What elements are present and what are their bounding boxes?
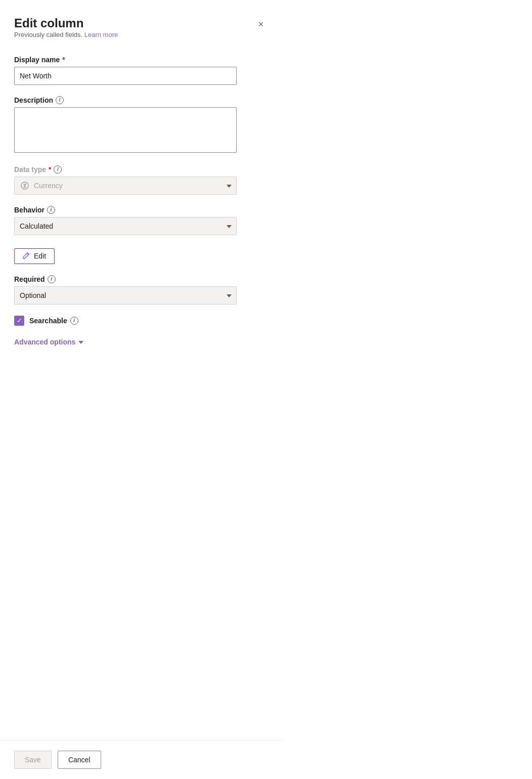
display-name-label: Display name *	[14, 56, 269, 64]
edit-button[interactable]: Edit	[14, 248, 55, 264]
edit-column-panel: Edit column Previously called fields. Le…	[0, 0, 283, 779]
required-info-icon: i	[48, 275, 56, 283]
advanced-options-button[interactable]: Advanced options	[14, 338, 269, 346]
panel-subtitle: Previously called fields. Learn more	[14, 31, 118, 38]
data-type-field-group: Data type * i Currency	[14, 165, 269, 195]
required-select-wrapper: Optional Business Required Business Reco…	[14, 286, 237, 305]
learn-more-link[interactable]: Learn more	[84, 31, 118, 38]
close-icon: ×	[258, 19, 264, 30]
behavior-label: Behavior i	[14, 206, 269, 214]
searchable-checkbox[interactable]: ✓	[14, 316, 24, 326]
subtitle-text: Previously called fields.	[14, 31, 82, 38]
panel-title: Edit column Previously called fields. Le…	[14, 16, 118, 53]
panel-footer: Save Cancel	[0, 740, 283, 779]
behavior-field-group: Behavior i Calculated Simple Rollup	[14, 206, 269, 235]
required-field-group: Required i Optional Business Required Bu…	[14, 275, 269, 305]
cancel-button[interactable]: Cancel	[58, 751, 101, 769]
behavior-select[interactable]: Calculated Simple Rollup	[14, 217, 237, 235]
save-button[interactable]: Save	[14, 751, 52, 769]
advanced-options-chevron-icon	[78, 338, 83, 346]
pencil-icon	[23, 252, 30, 261]
required-star: *	[62, 56, 65, 64]
data-type-label: Data type * i	[14, 165, 269, 174]
data-type-value: Currency	[34, 182, 63, 190]
description-info-icon: i	[56, 96, 64, 104]
advanced-options-label: Advanced options	[14, 338, 75, 346]
description-textarea[interactable]	[14, 107, 237, 153]
required-select[interactable]: Optional Business Required Business Reco…	[14, 286, 237, 305]
edit-button-label: Edit	[34, 252, 46, 260]
data-type-display: Currency	[14, 177, 237, 195]
panel-header: Edit column Previously called fields. Le…	[14, 16, 269, 53]
data-type-required-star: *	[49, 165, 51, 174]
edit-button-group: Edit	[14, 246, 269, 264]
description-field-group: Description i	[14, 96, 269, 154]
currency-icon	[20, 181, 30, 191]
data-type-select-wrapper: Currency	[14, 177, 237, 195]
display-name-field-group: Display name *	[14, 56, 269, 85]
description-label: Description i	[14, 96, 269, 104]
behavior-info-icon: i	[47, 206, 55, 214]
searchable-row: ✓ Searchable i	[14, 316, 269, 326]
panel-title-text: Edit column	[14, 16, 118, 31]
behavior-select-wrapper: Calculated Simple Rollup	[14, 217, 237, 235]
checkmark-icon: ✓	[17, 317, 22, 324]
searchable-info-icon: i	[70, 317, 78, 325]
close-button[interactable]: ×	[253, 16, 269, 32]
required-label: Required i	[14, 275, 269, 283]
display-name-input[interactable]	[14, 67, 237, 85]
data-type-info-icon: i	[54, 165, 62, 174]
searchable-label: Searchable i	[29, 317, 78, 325]
